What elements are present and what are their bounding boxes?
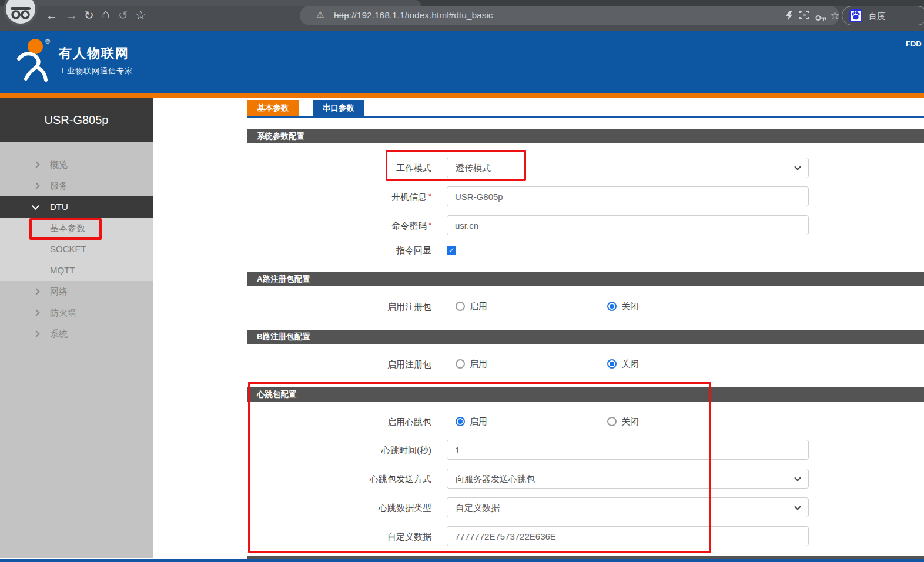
cmd-echo-checkbox[interactable]: ✓	[447, 246, 456, 255]
field-label-hb-custom-data: 自定义数据	[270, 531, 431, 543]
sidebar-item-services[interactable]: 服务	[0, 175, 153, 196]
sidebar-item-system[interactable]: 系统	[0, 323, 153, 344]
label-text: 命令密码	[391, 220, 427, 230]
bookmark-page-star-icon[interactable]: ☆	[830, 9, 840, 22]
boot-info-input[interactable]	[447, 186, 809, 206]
field-label-hb-send-mode: 心跳包发送方式	[270, 474, 431, 485]
url-rest: ://192.168.1.1/index.html#dtu_basic	[349, 10, 493, 20]
active-tab-sliver[interactable]	[31, 0, 421, 6]
hb-send-mode-select[interactable]: 向服务器发送心跳包	[447, 469, 809, 489]
label-text: 心跳包发送方式	[370, 474, 431, 484]
select-value: 透传模式	[456, 163, 491, 173]
sidebar-item-label: 系统	[50, 323, 68, 344]
forward-icon[interactable]: →	[66, 8, 78, 22]
sidebar-item-label: MQTT	[50, 260, 75, 281]
select-value: 自定义数据	[456, 503, 500, 513]
label-text: 心跳时间(秒)	[381, 445, 431, 455]
field-label-cmd-echo: 指令回显	[270, 245, 431, 256]
usr-logo-icon: ®	[12, 36, 59, 86]
browser-toolbar: ← → ↻ ⌂ ↺ ☆ ⚠ http://192.168.1.1/index.h…	[0, 0, 924, 31]
url-text: http://192.168.1.1/index.html#dtu_basic	[334, 10, 493, 21]
section-header-system-params: 系统参数配置	[247, 129, 924, 143]
chevron-right-icon	[33, 330, 39, 337]
radio-label: 启用	[470, 301, 487, 312]
flash-extension-icon[interactable]	[786, 11, 792, 21]
sidebar-item-label: 防火墙	[50, 302, 76, 323]
password-key-icon[interactable]	[815, 13, 827, 24]
chevron-right-icon	[33, 288, 39, 295]
field-label-reg-a-enable: 启用注册包	[270, 302, 431, 313]
incognito-icon[interactable]	[4, 0, 38, 26]
field-label-hb-data-type: 心跳数据类型	[270, 503, 431, 514]
radio-label: 关闭	[621, 301, 639, 312]
radio-checked-icon	[456, 417, 465, 426]
field-label-hb-enable: 启用心跳包	[270, 417, 431, 428]
back-icon[interactable]: ←	[46, 8, 58, 22]
label-text: 启用心跳包	[387, 417, 431, 427]
chevron-down-icon	[794, 474, 801, 481]
brand-slogan: 工业物联网通信专家	[59, 66, 133, 76]
field-label-hb-time: 心跳时间(秒)	[270, 445, 431, 456]
section-header-reg-a: A路注册包配置	[247, 272, 924, 286]
radio-icon	[607, 417, 617, 426]
site-header: ® 有人物联网 工业物联网通信专家 FDD	[0, 31, 924, 93]
radio-checked-icon	[607, 359, 617, 369]
label-text: 指令回显	[396, 245, 431, 255]
hb-data-type-select[interactable]: 自定义数据	[447, 497, 809, 517]
radio-label: 启用	[470, 416, 487, 427]
baidu-search-box[interactable]: 百度	[842, 6, 924, 25]
sidebar-item-label: 网络	[50, 281, 68, 302]
tab-basic-params[interactable]: 基本参数	[247, 100, 299, 116]
tab-serial-params[interactable]: 串口参数	[313, 100, 364, 116]
device-name: USR-G805p	[0, 98, 153, 142]
sidebar-item-label: 服务	[50, 175, 68, 196]
required-asterisk: *	[428, 220, 431, 229]
label-text: 启用注册包	[387, 359, 431, 369]
reload-icon[interactable]: ↻	[84, 8, 94, 22]
radio-label: 关闭	[621, 359, 639, 369]
field-label-work-mode: 工作模式	[270, 163, 431, 174]
address-bar[interactable]: ⚠ http://192.168.1.1/index.html#dtu_basi…	[300, 6, 839, 25]
cmd-password-input[interactable]	[447, 215, 809, 235]
sidebar-item-mqtt[interactable]: MQTT	[0, 260, 153, 281]
svg-text:®: ®	[45, 38, 50, 45]
radio-label: 启用	[470, 359, 487, 369]
sidebar-item-network[interactable]: 网络	[0, 281, 153, 302]
select-value: 向服务器发送心跳包	[456, 474, 535, 484]
work-mode-select[interactable]: 透传模式	[447, 158, 809, 178]
hb-custom-data-input[interactable]	[447, 526, 809, 546]
url-scheme: http	[334, 10, 349, 20]
section-header-heartbeat: 心跳包配置	[247, 387, 924, 402]
sidebar-item-label: SOCKET	[50, 239, 86, 260]
restore-session-icon[interactable]: ↺	[118, 8, 128, 22]
label-text: 工作模式	[396, 163, 431, 173]
search-engine-label: 百度	[868, 11, 886, 22]
sidebar-item-dtu[interactable]: DTU	[0, 196, 153, 218]
radio-icon	[456, 359, 465, 369]
chevron-down-icon	[32, 202, 39, 210]
chevron-down-icon	[794, 163, 801, 170]
sidebar-item-overview[interactable]: 概览	[0, 154, 153, 175]
radio-label: 关闭	[621, 416, 639, 427]
sidebar-item-basic-params[interactable]: 基本参数	[0, 218, 153, 239]
header-orange-bar	[0, 93, 924, 98]
sidebar-item-firewall[interactable]: 防火墙	[0, 302, 153, 323]
not-secure-warning-icon[interactable]: ⚠	[316, 9, 324, 20]
radio-icon	[456, 302, 465, 311]
chevron-down-icon	[794, 503, 801, 510]
scan-frame-icon[interactable]	[799, 10, 809, 22]
hb-time-input[interactable]	[447, 440, 809, 460]
chevron-right-icon	[33, 182, 39, 189]
bookmark-star-icon[interactable]: ☆	[135, 8, 146, 22]
field-label-boot-info: 开机信息*	[270, 192, 431, 203]
label-text: 自定义数据	[387, 531, 431, 541]
chevron-right-icon	[33, 161, 39, 168]
home-icon[interactable]: ⌂	[102, 7, 109, 21]
sidebar-item-socket[interactable]: SOCKET	[0, 239, 153, 260]
sidebar-item-label: 基本参数	[50, 218, 85, 239]
sidebar-nav: USR-G805p 概览 服务 DTU 基本参数 SOCKET MQTT 网络 …	[0, 98, 153, 558]
tab-underline	[247, 116, 924, 118]
baidu-logo-icon	[849, 9, 862, 22]
field-label-reg-b-enable: 启用注册包	[270, 359, 431, 370]
network-badge: FDD	[906, 39, 922, 48]
